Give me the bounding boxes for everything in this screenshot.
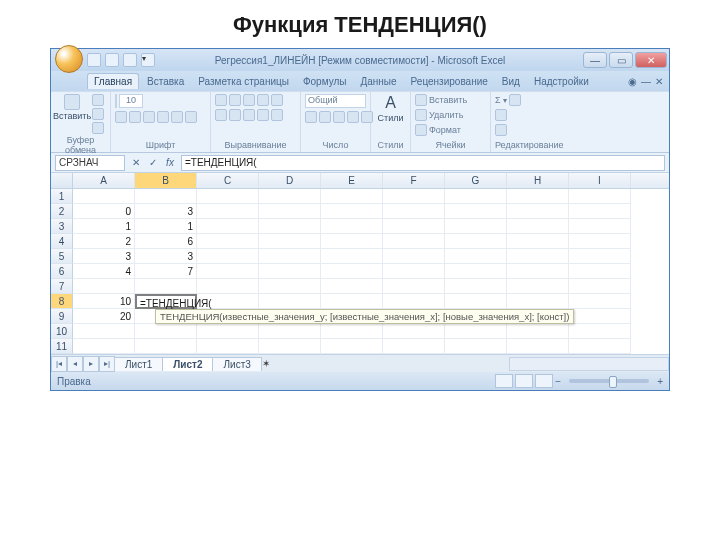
cell[interactable] [73, 279, 135, 294]
cell[interactable] [383, 339, 445, 354]
cell[interactable] [321, 219, 383, 234]
cell[interactable] [259, 219, 321, 234]
cell[interactable] [569, 234, 631, 249]
align-middle-icon[interactable] [229, 94, 241, 106]
font-color-icon[interactable] [185, 111, 197, 123]
format-cells-button[interactable]: Формат [415, 124, 461, 136]
font-name-combo[interactable] [115, 94, 117, 108]
sheet-first-button[interactable]: |◂ [51, 356, 67, 372]
autosum-icon[interactable]: Σ [495, 95, 501, 105]
cell[interactable] [507, 249, 569, 264]
view-normal-button[interactable] [495, 374, 513, 388]
row-header[interactable]: 1 [51, 189, 73, 204]
save-icon[interactable] [87, 53, 101, 67]
formula-bar[interactable]: =ТЕНДЕНЦИЯ( [181, 155, 665, 171]
align-bottom-icon[interactable] [243, 94, 255, 106]
merge-icon[interactable] [271, 109, 283, 121]
sheet-next-button[interactable]: ▸ [83, 356, 99, 372]
sort-filter-icon[interactable] [509, 94, 521, 106]
cell[interactable] [445, 324, 507, 339]
cell[interactable]: 1 [73, 219, 135, 234]
cell[interactable] [383, 219, 445, 234]
cell[interactable]: 3 [135, 204, 197, 219]
cell[interactable] [507, 204, 569, 219]
row-header[interactable]: 2 [51, 204, 73, 219]
cell[interactable]: 7 [135, 264, 197, 279]
cell[interactable] [321, 234, 383, 249]
cell[interactable]: 6 [135, 234, 197, 249]
cell[interactable] [383, 204, 445, 219]
orientation-icon[interactable] [257, 94, 269, 106]
dec-inc-icon[interactable] [347, 111, 359, 123]
cell[interactable] [383, 189, 445, 204]
zoom-in-button[interactable]: + [657, 376, 663, 387]
cell[interactable] [259, 339, 321, 354]
select-all-corner[interactable] [51, 173, 73, 188]
minimize-button[interactable]: — [583, 52, 607, 68]
sheet-prev-button[interactable]: ◂ [67, 356, 83, 372]
column-header[interactable]: D [259, 173, 321, 188]
new-sheet-button[interactable]: ✶ [262, 358, 280, 369]
insert-cells-button[interactable]: Вставить [415, 94, 467, 106]
view-layout-button[interactable] [515, 374, 533, 388]
cell[interactable] [321, 249, 383, 264]
undo-icon[interactable] [105, 53, 119, 67]
horizontal-scrollbar[interactable] [280, 357, 669, 371]
underline-icon[interactable] [143, 111, 155, 123]
styles-button[interactable]: AСтили [375, 94, 406, 123]
fill-color-icon[interactable] [171, 111, 183, 123]
row-header[interactable]: 4 [51, 234, 73, 249]
tab-review[interactable]: Рецензирование [405, 74, 494, 89]
cell[interactable] [73, 189, 135, 204]
cell[interactable] [73, 324, 135, 339]
border-icon[interactable] [157, 111, 169, 123]
font-size-combo[interactable]: 10 [119, 94, 143, 108]
delete-cells-button[interactable]: Удалить [415, 109, 463, 121]
tab-home[interactable]: Главная [87, 73, 139, 89]
cell[interactable] [321, 189, 383, 204]
cell[interactable] [507, 294, 569, 309]
row-header[interactable]: 11 [51, 339, 73, 354]
column-header[interactable]: C [197, 173, 259, 188]
clear-icon[interactable] [495, 124, 507, 136]
cell[interactable] [321, 339, 383, 354]
column-header[interactable]: A [73, 173, 135, 188]
cell[interactable] [569, 204, 631, 219]
cell[interactable] [507, 324, 569, 339]
cell[interactable] [569, 294, 631, 309]
row-header[interactable]: 7 [51, 279, 73, 294]
paste-button[interactable]: Вставить [55, 94, 89, 121]
view-pagebreak-button[interactable] [535, 374, 553, 388]
cell[interactable] [383, 234, 445, 249]
column-header[interactable]: H [507, 173, 569, 188]
cell[interactable] [445, 189, 507, 204]
row-header[interactable]: 6 [51, 264, 73, 279]
cell[interactable] [507, 279, 569, 294]
align-center-icon[interactable] [229, 109, 241, 121]
zoom-slider[interactable] [569, 379, 649, 383]
wrap-text-icon[interactable] [271, 94, 283, 106]
bold-icon[interactable] [115, 111, 127, 123]
cell[interactable] [259, 264, 321, 279]
cell[interactable] [445, 204, 507, 219]
cell[interactable] [197, 264, 259, 279]
tab-insert[interactable]: Вставка [141, 74, 190, 89]
italic-icon[interactable] [129, 111, 141, 123]
name-box[interactable]: СРЗНАЧ [55, 155, 125, 171]
cell[interactable] [259, 204, 321, 219]
cell[interactable] [383, 279, 445, 294]
cell[interactable] [321, 279, 383, 294]
cell[interactable] [321, 264, 383, 279]
cell[interactable] [507, 219, 569, 234]
cell[interactable] [321, 294, 383, 309]
cell[interactable] [383, 249, 445, 264]
cell[interactable] [507, 264, 569, 279]
cell[interactable] [197, 339, 259, 354]
fill-icon[interactable] [495, 109, 507, 121]
cell[interactable] [569, 219, 631, 234]
row-header[interactable]: 8 [51, 294, 73, 309]
cell[interactable] [569, 249, 631, 264]
column-header[interactable]: B [135, 173, 197, 188]
comma-icon[interactable] [333, 111, 345, 123]
redo-icon[interactable] [123, 53, 137, 67]
